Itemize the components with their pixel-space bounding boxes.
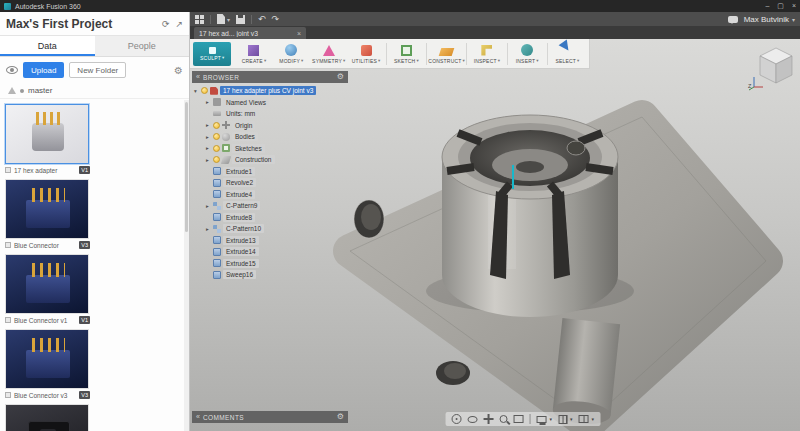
comments-settings-icon[interactable]: ⚙ (337, 411, 344, 423)
caret-collapsed-icon[interactable]: ▸ (204, 145, 211, 151)
caret-collapsed-icon[interactable]: ▸ (204, 134, 211, 140)
ribbon-inspect-menu[interactable]: INSPECT▾ (468, 40, 505, 68)
ribbon-construct-menu[interactable]: CONSTRUCT▾ (428, 40, 465, 68)
grid-settings-icon[interactable] (558, 415, 567, 424)
tree-item-label[interactable]: Extrude13 (223, 236, 259, 245)
project-item-17-hex-adapter[interactable]: 17 hex adapter V1 (5, 104, 91, 174)
caret-collapsed-icon[interactable]: ▸ (204, 122, 211, 128)
tree-item-c-pattern9[interactable]: ▸ C-Pattern9 (192, 200, 348, 212)
tree-item-named-views[interactable]: ▸ Named Views (192, 97, 348, 109)
ribbon-insert-menu[interactable]: INSERT▾ (508, 40, 545, 68)
tree-item-label[interactable]: Units: mm (223, 109, 258, 118)
visibility-bulb-icon[interactable] (213, 156, 220, 163)
tree-item-extrude13[interactable]: Extrude13 (192, 235, 348, 247)
look-at-icon[interactable] (468, 416, 478, 423)
workspace-sculpt-button[interactable]: SCULPT ▾ (193, 42, 231, 66)
item-thumbnail[interactable] (5, 104, 89, 164)
tree-item-label[interactable]: Origin (232, 121, 255, 130)
tree-item-bodies[interactable]: ▸ Bodies (192, 131, 348, 143)
tree-item-label[interactable]: C-Pattern9 (223, 201, 260, 210)
tree-item-label[interactable]: Named Views (223, 98, 269, 107)
view-cube-graphic[interactable] (748, 43, 794, 91)
tree-item-label[interactable]: Revolve2 (223, 178, 256, 187)
caret-down-icon[interactable]: ▾ (570, 416, 573, 422)
tree-item-sweep16[interactable]: Sweep16 (192, 269, 348, 281)
caret-expanded-icon[interactable]: ▾ (192, 88, 199, 94)
close-button[interactable]: × (792, 0, 796, 12)
pan-icon[interactable] (484, 414, 494, 424)
file-menu-icon[interactable]: ▾ (217, 12, 230, 26)
popout-icon[interactable]: ↗ (175, 19, 183, 29)
collapse-panel-icon[interactable]: « (196, 71, 200, 83)
tree-item-label[interactable]: Extrude14 (223, 247, 259, 256)
new-folder-button[interactable]: New Folder (69, 62, 126, 78)
zoom-icon[interactable] (500, 415, 508, 423)
tree-item-extrude1[interactable]: Extrude1 (192, 166, 348, 178)
caret-down-icon[interactable]: ▾ (592, 416, 595, 422)
view-cube[interactable]: Z (748, 43, 794, 91)
caret-collapsed-icon[interactable]: ▸ (204, 99, 211, 105)
ribbon-create-menu[interactable]: CREATE▾ (235, 40, 272, 68)
tree-item-c-pattern10[interactable]: ▸ C-Pattern10 (192, 223, 348, 235)
notifications-icon[interactable] (728, 12, 738, 26)
data-panel-scrollbar[interactable] (184, 100, 189, 431)
tree-item-label[interactable]: C-Pattern10 (223, 224, 264, 233)
tree-item-label[interactable]: Bodies (232, 132, 258, 141)
collapse-panel-icon[interactable]: « (196, 411, 200, 423)
undo-icon[interactable]: ↶ (258, 12, 266, 26)
item-thumbnail[interactable] (5, 179, 89, 239)
maximize-button[interactable]: ▢ (777, 0, 784, 12)
display-settings-icon[interactable] (537, 416, 547, 423)
ribbon-select-menu[interactable]: SELECT▾ (549, 40, 586, 68)
orbit-icon[interactable] (452, 414, 462, 424)
3d-viewport[interactable]: SCULPT ▾ CREATE▾ MODIFY▾ SYMMETRY▾ (190, 39, 800, 431)
tree-item-label[interactable]: Construction (232, 155, 275, 164)
caret-collapsed-icon[interactable]: ▸ (204, 203, 211, 209)
tree-item-label[interactable]: Extrude4 (223, 190, 255, 199)
project-item-blue-connector-v3[interactable]: Blue Connector v3 V3 (5, 329, 91, 399)
browser-settings-icon[interactable]: ⚙ (337, 71, 344, 83)
visibility-bulb-icon[interactable] (213, 122, 220, 129)
tab-people[interactable]: People (95, 36, 190, 56)
ribbon-modify-menu[interactable]: MODIFY▾ (273, 40, 310, 68)
panel-settings-icon[interactable]: ⚙ (174, 65, 183, 76)
tree-item-label[interactable]: Extrude15 (223, 259, 259, 268)
viewports-icon[interactable] (579, 415, 589, 423)
document-tab[interactable]: 17 hex ad... joint v3 × (194, 27, 306, 39)
upload-button[interactable]: Upload (23, 62, 64, 78)
browser-header[interactable]: « BROWSER ⚙ (192, 71, 348, 83)
view-toggle-icon[interactable] (6, 66, 18, 74)
tree-item-label[interactable]: Sketches (232, 144, 265, 153)
data-panel-toggle-icon[interactable] (195, 12, 204, 26)
tree-item-construction[interactable]: ▸ Construction (192, 154, 348, 166)
user-menu[interactable]: Max Butvinik ▾ (744, 15, 795, 24)
comments-header[interactable]: « COMMENTS ⚙ (192, 411, 348, 423)
tree-item-label[interactable]: Sweep16 (223, 270, 256, 279)
ribbon-sketch-menu[interactable]: SKETCH▾ (388, 40, 425, 68)
tree-item-revolve2[interactable]: Revolve2 (192, 177, 348, 189)
item-thumbnail[interactable] (5, 329, 89, 389)
tree-item-extrude4[interactable]: Extrude4 (192, 189, 348, 201)
project-item-blue-connector[interactable]: Blue Connector V3 (5, 179, 91, 249)
tree-item-label[interactable]: Extrude1 (223, 167, 255, 176)
branch-row[interactable]: master (0, 83, 189, 99)
tree-item-label[interactable]: 17 hex adapter plus CV joint v3 (220, 86, 316, 95)
project-item-blue-connector-v1[interactable]: Blue Connector v1 V1 (5, 254, 91, 324)
tree-root-component[interactable]: ▾ 17 hex adapter plus CV joint v3 (192, 85, 348, 97)
tree-item-label[interactable]: Extrude8 (223, 213, 255, 222)
caret-collapsed-icon[interactable]: ▸ (204, 157, 211, 163)
save-icon[interactable] (236, 12, 245, 26)
tree-item-extrude15[interactable]: Extrude15 (192, 258, 348, 270)
minimize-button[interactable]: – (765, 0, 769, 12)
refresh-icon[interactable]: ⟳ (162, 19, 170, 29)
caret-down-icon[interactable]: ▾ (550, 416, 553, 422)
tree-item-origin[interactable]: ▸ Origin (192, 120, 348, 132)
tree-item-extrude8[interactable]: Extrude8 (192, 212, 348, 224)
item-thumbnail[interactable] (5, 254, 89, 314)
tab-close-icon[interactable]: × (297, 30, 301, 37)
visibility-bulb-icon[interactable] (213, 133, 220, 140)
visibility-bulb-icon[interactable] (201, 87, 208, 94)
tree-item-sketches[interactable]: ▸ Sketches (192, 143, 348, 155)
project-item-hall-effect[interactable]: Hall Effect Rect... V1 (5, 404, 91, 431)
item-thumbnail[interactable] (5, 404, 89, 431)
